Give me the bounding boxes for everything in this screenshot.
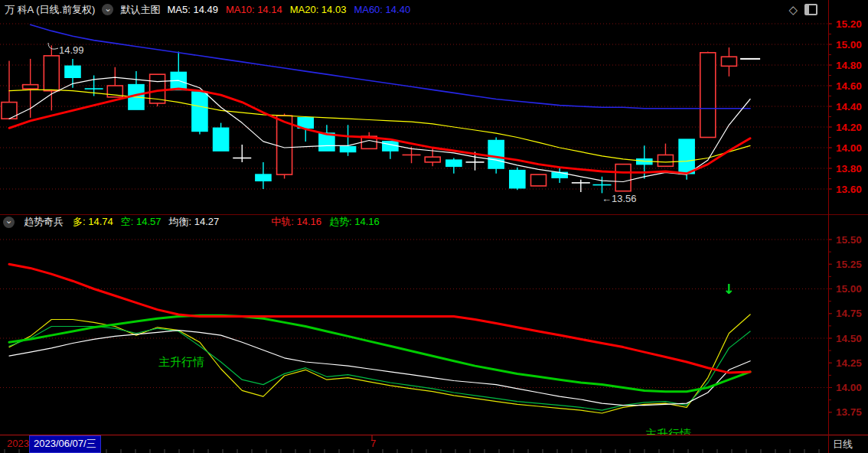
indicator-name: 趋势奇兵 [24,215,64,229]
indicator-line-均衡 [9,331,750,406]
diamond-icon[interactable]: ◇ [788,3,798,17]
candle-body [531,174,547,186]
indicator-value: 多: 14.74 [73,215,113,229]
selected-date-box[interactable]: 2023/06/07/三 [29,435,101,453]
y-axis-label: 15.20 [836,18,862,30]
y-axis-label: 14.50 [836,333,862,344]
candle-body [192,92,207,131]
split-panel-icon[interactable] [804,4,817,15]
indicator-series [9,264,750,413]
indicator-line-中轨 [9,264,750,373]
indicator-line-趋势 [9,315,750,391]
candle-body [700,53,716,138]
y-axis-label: 14.20 [836,122,862,133]
price-annotation: 14.99 [59,44,84,56]
indicator-value: 趋势: 14.16 [329,215,380,229]
main-chart-header: 万 科A (日线.前复权) ⌄ 默认主图 MA5: 14.49MA10: 14.… [0,2,828,17]
indicator-value: 中轨: 14.16 [271,215,321,229]
ma-value: MA60: 14.40 [354,4,410,15]
stock-terminal-window: 15.2015.0014.8014.6014.4014.2014.0013.80… [0,0,868,453]
candle-body [615,165,631,191]
chevron-down-icon[interactable]: ⌄ [102,4,113,15]
ma-value: MA10: 14.14 [226,4,282,15]
ma-value: MA5: 14.49 [167,4,218,15]
candle-body [679,139,694,174]
candle-body [383,142,398,151]
y-axis-label: 14.80 [836,60,862,71]
y-axis-label: 14.25 [836,357,862,369]
candle-body [256,174,271,181]
y-axis-label: 14.00 [836,382,862,393]
indicator-line-空 [9,327,750,411]
candlesticks [2,45,736,193]
candle-body [425,157,440,162]
candle-body [658,155,673,166]
period-label[interactable]: 日线 [833,438,853,451]
chevron-down-icon[interactable]: ⌄ [3,217,15,228]
y-axis-label: 13.80 [836,163,862,174]
indicator-value: 均衡: 14.27 [169,215,220,229]
candle-body [510,171,525,188]
axis-month-label: 7 [370,438,376,449]
candle-body [23,85,38,89]
candle-body [214,128,229,151]
y-axis-label: 13.75 [836,406,862,418]
candle-body [319,133,334,151]
time-axis-bar: 2023 2023/06/07/三 7 日线 [0,435,868,453]
indicator-header: ⌄ 趋势奇兵 多: 14.74空: 14.57均衡: 14.27中轨: 14.1… [0,215,828,229]
y-axis-label: 15.50 [836,234,862,246]
price-annotation: ←13.56 [602,193,637,204]
y-axis-label: 14.40 [836,101,862,112]
y-axis-label: 15.25 [836,259,862,270]
y-axis-label: 15.00 [836,39,862,51]
main-y-axis: 15.2015.0014.8014.6014.4014.2014.0013.80… [829,18,862,195]
indicator-y-axis: 15.5015.2515.0014.7514.5014.2514.0013.75 [829,234,862,419]
sell-signal-arrow-icon: ↓ [723,281,734,297]
indicator-legend: 多: 14.74空: 14.57均衡: 14.27中轨: 14.16趋势: 14… [73,215,380,229]
candle-body [341,147,356,152]
candle-body [721,57,736,66]
y-axis-label: 14.60 [836,80,862,92]
candle-body [488,141,504,168]
indicator-gridlines [0,240,828,388]
candle-body [65,66,80,77]
ma-value: MA20: 14.03 [290,4,347,15]
y-axis-label: 15.00 [836,283,862,295]
indicator-value: 空: 14.57 [121,215,162,229]
y-axis-label: 14.00 [836,142,862,154]
candle-body [44,56,59,91]
main-chart-type-label[interactable]: 默认主图 [120,3,160,17]
year-label: 2023 [7,438,29,449]
candle-body [446,160,462,166]
ma-legend: MA5: 14.49MA10: 14.14MA20: 14.03MA60: 14… [167,4,410,15]
indicator-phase-label: 主升行情 [158,355,204,368]
y-axis-label: 13.60 [836,184,862,195]
stock-title: 万 科A (日线.前复权) [5,3,95,17]
ma-lines [9,24,750,181]
ma-line-MA20 [9,90,750,161]
y-axis-label: 14.75 [836,308,862,319]
